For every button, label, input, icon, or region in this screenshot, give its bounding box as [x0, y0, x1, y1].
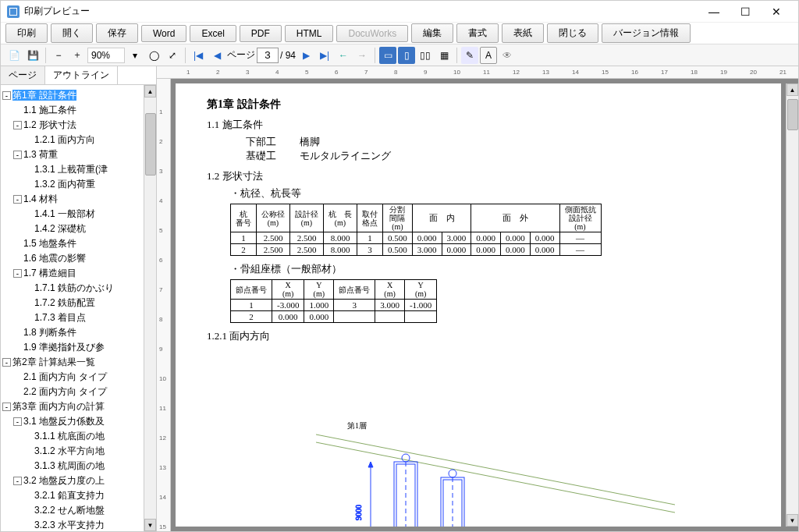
- tree-node[interactable]: 1.6 地震の影響: [2, 251, 142, 266]
- tree-node[interactable]: 2.2 面内方向 タイプ: [2, 385, 142, 399]
- tree-node[interactable]: -第3章 面内方向の計算: [2, 399, 142, 414]
- tree-node[interactable]: 1.4.1 一般部材: [2, 207, 142, 222]
- tree-label: 2.1 面内方向 タイプ: [23, 371, 107, 382]
- tree-node[interactable]: 1.7.3 着目点: [2, 310, 142, 325]
- toolbar-btn-編集[interactable]: 編集: [411, 23, 453, 43]
- toolbar-btn-docuworks: DocuWorks: [336, 25, 408, 42]
- edit-icon[interactable]: ✎: [461, 47, 478, 64]
- page-scroll-thumb[interactable]: [787, 99, 798, 130]
- tree-node[interactable]: 1.7.1 鉄筋のかぶり: [2, 281, 142, 296]
- forward-icon[interactable]: →: [353, 47, 371, 64]
- tree-label: 1.7.1 鉄筋のかぶり: [34, 282, 114, 293]
- svg-point-5: [402, 454, 410, 462]
- tree-node[interactable]: -1.2 形状寸法: [2, 118, 142, 133]
- toolbar-btn-word[interactable]: Word: [141, 25, 186, 42]
- scroll-down-icon[interactable]: ▼: [144, 519, 156, 531]
- tree-node[interactable]: 3.2.2 せん断地盤: [2, 503, 142, 518]
- close-button[interactable]: ✕: [761, 2, 792, 21]
- expand-icon[interactable]: -: [13, 269, 22, 278]
- svg-marker-11: [368, 462, 373, 467]
- next-page-icon[interactable]: ▶: [297, 47, 314, 64]
- expand-icon[interactable]: -: [13, 477, 22, 485]
- pile-table: 杭番号公称径(m)設計径(m)杭 長(m)取付格点分割間隔(m)面 内面 外側面…: [230, 204, 602, 256]
- expand-icon[interactable]: -: [13, 417, 22, 426]
- dropdown-icon[interactable]: ▾: [126, 47, 144, 64]
- tree-node[interactable]: 1.1 施工条件: [2, 103, 142, 118]
- tree-node[interactable]: -3.2 地盤反力度の上: [2, 473, 142, 488]
- export-icon[interactable]: 📄: [5, 47, 23, 64]
- toolbar-btn-開く[interactable]: 開く: [51, 23, 93, 43]
- first-page-icon[interactable]: |◀: [190, 47, 207, 64]
- tree-node[interactable]: -1.7 構造細目: [2, 266, 142, 281]
- save-icon[interactable]: 💾: [24, 47, 41, 64]
- tree-node[interactable]: 1.4.2 深礎杭: [2, 222, 142, 236]
- sidebar-scrollbar[interactable]: ▲ ▼: [144, 85, 156, 531]
- minimize-button[interactable]: —: [698, 2, 730, 21]
- tab-pages[interactable]: ページ: [1, 66, 45, 84]
- tree-node[interactable]: 1.9 準拠指針及び参: [2, 340, 142, 355]
- expand-icon[interactable]: -: [2, 358, 11, 367]
- expand-icon[interactable]: -: [2, 403, 11, 411]
- expand-icon[interactable]: -: [13, 121, 22, 129]
- tree-label: 3.2.3 水平支持力: [34, 520, 105, 530]
- tree-node[interactable]: 3.1.3 杭周面の地: [2, 459, 142, 473]
- outline-tree[interactable]: -第1章 設計条件1.1 施工条件-1.2 形状寸法1.2.1 面内方向-1.3…: [1, 85, 144, 531]
- tree-node[interactable]: 3.2.1 鉛直支持力: [2, 488, 142, 503]
- tree-node[interactable]: 1.5 地盤条件: [2, 236, 142, 251]
- expand-icon[interactable]: -: [13, 151, 22, 159]
- tree-node[interactable]: -3.1 地盤反力係数及: [2, 414, 142, 429]
- expand-icon[interactable]: -: [2, 91, 11, 100]
- tree-node[interactable]: 3.2.3 水平支持力: [2, 518, 142, 531]
- kv-key-1: 基礎工: [246, 149, 276, 163]
- layout-single-icon[interactable]: ▭: [379, 47, 396, 64]
- tree-node[interactable]: -1.4 材料: [2, 192, 142, 207]
- page-current-input[interactable]: [257, 48, 279, 63]
- tree-node[interactable]: 3.1.1 杭底面の地: [2, 429, 142, 444]
- tree-label: 1.4 材料: [23, 193, 58, 204]
- toolbar-btn-excel[interactable]: Excel: [190, 25, 236, 42]
- tree-node[interactable]: 2.1 面内方向 タイプ: [2, 370, 142, 385]
- layout-grid-icon[interactable]: ▦: [435, 47, 453, 64]
- zoom-reset-icon[interactable]: ◯: [145, 47, 162, 64]
- tree-node[interactable]: 1.8 判断条件: [2, 325, 142, 340]
- prev-page-icon[interactable]: ◀: [208, 47, 225, 64]
- zoom-value[interactable]: 90%: [87, 48, 125, 63]
- page-scroll-down-icon[interactable]: ▼: [787, 514, 798, 527]
- toolbar-btn-閉じる[interactable]: 閉じる: [547, 23, 598, 43]
- tree-node[interactable]: -1.3 荷重: [2, 147, 142, 162]
- last-page-icon[interactable]: ▶|: [316, 47, 333, 64]
- toolbar-btn-pdf[interactable]: PDF: [240, 25, 282, 42]
- toolbar-btn-保存[interactable]: 保存: [96, 23, 138, 43]
- tree-node[interactable]: 1.3.1 上載荷重(津: [2, 162, 142, 177]
- page-scroll-up-icon[interactable]: ▲: [787, 83, 798, 96]
- text-tool-icon[interactable]: A: [480, 47, 497, 64]
- tree-node[interactable]: 3.1.2 水平方向地: [2, 444, 142, 459]
- expand-icon[interactable]: -: [13, 195, 22, 204]
- back-icon[interactable]: ←: [335, 47, 352, 64]
- page-scrollbar[interactable]: ▲ ▼: [786, 83, 798, 527]
- tree-node[interactable]: 1.2.1 面内方向: [2, 133, 142, 147]
- maximize-button[interactable]: ☐: [730, 2, 761, 21]
- scroll-thumb[interactable]: [145, 113, 156, 176]
- scroll-up-icon[interactable]: ▲: [144, 85, 156, 98]
- toolbar-btn-書式[interactable]: 書式: [456, 23, 499, 43]
- layout-facing-icon[interactable]: ▯▯: [417, 47, 434, 64]
- tree-node[interactable]: 1.3.2 面内荷重: [2, 177, 142, 192]
- tree-label: 2.2 面内方向 タイプ: [23, 386, 107, 397]
- tab-outline[interactable]: アウトライン: [45, 66, 118, 84]
- toolbar-btn-表紙[interactable]: 表紙: [502, 23, 544, 43]
- toolbar-btn-html[interactable]: HTML: [285, 25, 334, 42]
- toolbar-btn-印刷[interactable]: 印刷: [5, 23, 48, 43]
- tree-label: 1.7 構造細目: [23, 268, 76, 278]
- zoom-in-icon[interactable]: ＋: [69, 47, 86, 64]
- tree-node[interactable]: 1.7.2 鉄筋配置: [2, 296, 142, 310]
- hide-icon[interactable]: 👁: [499, 47, 516, 64]
- tree-label: 1.8 判断条件: [23, 327, 76, 338]
- tree-node[interactable]: -第1章 設計条件: [2, 88, 142, 103]
- fit-icon[interactable]: ⤢: [164, 47, 181, 64]
- kv-key-0: 下部工: [246, 135, 276, 149]
- zoom-out-icon[interactable]: −: [50, 47, 67, 64]
- toolbar-btn-バージョン情報[interactable]: バージョン情報: [602, 23, 691, 43]
- layout-continuous-icon[interactable]: ▯: [398, 47, 415, 64]
- tree-node[interactable]: -第2章 計算結果一覧: [2, 355, 142, 370]
